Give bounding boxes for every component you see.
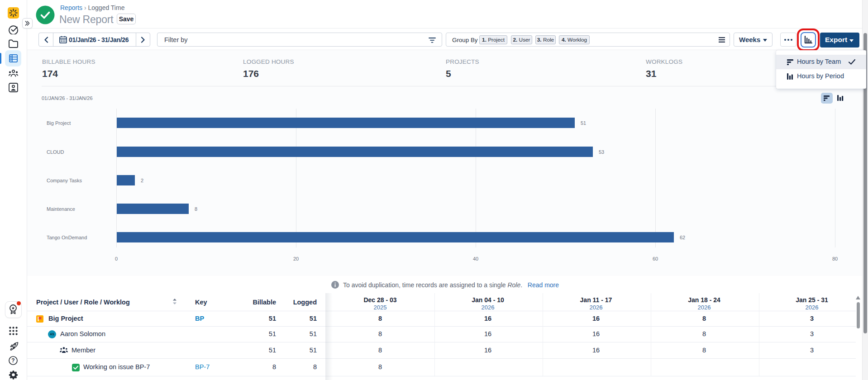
svg-text:?: ?	[11, 357, 14, 364]
